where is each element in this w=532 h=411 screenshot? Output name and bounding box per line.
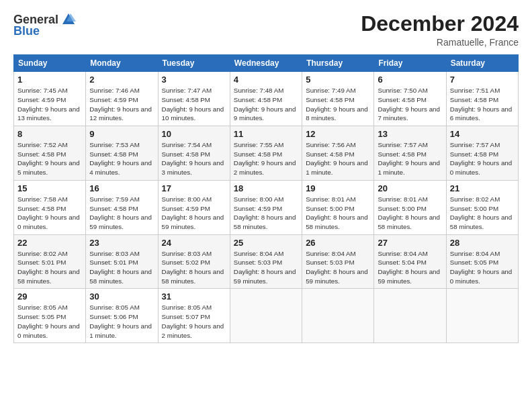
day-number: 1 bbox=[17, 75, 82, 85]
calendar-day-cell: 5Sunrise: 7:49 AMSunset: 4:58 PMDaylight… bbox=[302, 72, 374, 126]
calendar-day-cell: 6Sunrise: 7:50 AMSunset: 4:58 PMDaylight… bbox=[374, 72, 446, 126]
day-detail: Sunrise: 8:01 AMSunset: 5:00 PMDaylight:… bbox=[378, 195, 442, 232]
calendar-day-cell bbox=[446, 289, 518, 343]
day-number: 3 bbox=[162, 75, 226, 85]
calendar-day-cell: 26Sunrise: 8:04 AMSunset: 5:03 PMDayligh… bbox=[302, 234, 374, 289]
day-number: 26 bbox=[306, 238, 370, 248]
day-detail: Sunrise: 8:01 AMSunset: 5:00 PMDaylight:… bbox=[306, 195, 370, 232]
calendar-week-row: 15Sunrise: 7:58 AMSunset: 4:58 PMDayligh… bbox=[14, 180, 519, 234]
day-detail: Sunrise: 8:04 AMSunset: 5:05 PMDaylight:… bbox=[450, 249, 515, 286]
day-detail: Sunrise: 7:57 AMSunset: 4:58 PMDaylight:… bbox=[378, 140, 442, 177]
day-number: 29 bbox=[17, 291, 82, 302]
calendar-day-cell bbox=[374, 289, 446, 343]
calendar-day-cell: 29Sunrise: 8:05 AMSunset: 5:05 PMDayligh… bbox=[14, 289, 86, 343]
day-detail: Sunrise: 8:00 AMSunset: 4:59 PMDaylight:… bbox=[162, 195, 226, 232]
day-number: 24 bbox=[162, 238, 226, 248]
day-detail: Sunrise: 8:00 AMSunset: 4:59 PMDaylight:… bbox=[234, 195, 298, 232]
calendar-header-cell: Friday bbox=[374, 55, 446, 72]
calendar-week-row: 8Sunrise: 7:52 AMSunset: 4:58 PMDaylight… bbox=[14, 126, 519, 181]
calendar-day-cell: 13Sunrise: 7:57 AMSunset: 4:58 PMDayligh… bbox=[374, 126, 446, 181]
day-number: 17 bbox=[162, 183, 226, 193]
day-detail: Sunrise: 7:56 AMSunset: 4:58 PMDaylight:… bbox=[306, 140, 370, 177]
day-number: 30 bbox=[89, 291, 154, 302]
day-number: 13 bbox=[378, 129, 442, 139]
calendar-day-cell: 9Sunrise: 7:53 AMSunset: 4:58 PMDaylight… bbox=[86, 126, 158, 181]
calendar-day-cell: 23Sunrise: 8:03 AMSunset: 5:01 PMDayligh… bbox=[86, 234, 158, 289]
day-number: 14 bbox=[450, 129, 515, 139]
calendar-day-cell: 18Sunrise: 8:00 AMSunset: 4:59 PMDayligh… bbox=[230, 180, 302, 234]
day-number: 9 bbox=[89, 129, 154, 139]
day-number: 31 bbox=[162, 291, 226, 302]
day-detail: Sunrise: 8:02 AMSunset: 5:00 PMDaylight:… bbox=[450, 195, 515, 232]
title-section: December 2024 Ramatuelle, France bbox=[361, 12, 519, 48]
calendar-week-row: 22Sunrise: 8:02 AMSunset: 5:01 PMDayligh… bbox=[14, 234, 519, 289]
day-detail: Sunrise: 8:04 AMSunset: 5:04 PMDaylight:… bbox=[378, 249, 442, 286]
day-detail: Sunrise: 7:49 AMSunset: 4:58 PMDaylight:… bbox=[306, 86, 370, 123]
day-number: 22 bbox=[17, 238, 82, 248]
day-detail: Sunrise: 7:57 AMSunset: 4:58 PMDaylight:… bbox=[450, 140, 515, 177]
location-subtitle: Ramatuelle, France bbox=[361, 37, 519, 48]
calendar-header-cell: Monday bbox=[86, 55, 158, 72]
day-detail: Sunrise: 7:59 AMSunset: 4:58 PMDaylight:… bbox=[89, 195, 154, 232]
calendar-table: SundayMondayTuesdayWednesdayThursdayFrid… bbox=[13, 54, 519, 343]
day-number: 4 bbox=[234, 75, 298, 85]
day-number: 8 bbox=[17, 129, 82, 139]
day-number: 18 bbox=[234, 183, 298, 193]
day-detail: Sunrise: 8:04 AMSunset: 5:03 PMDaylight:… bbox=[306, 249, 370, 286]
logo: General Blue bbox=[13, 12, 76, 38]
calendar-day-cell: 27Sunrise: 8:04 AMSunset: 5:04 PMDayligh… bbox=[374, 234, 446, 289]
day-detail: Sunrise: 7:46 AMSunset: 4:59 PMDaylight:… bbox=[89, 86, 154, 123]
day-number: 23 bbox=[89, 238, 154, 248]
day-detail: Sunrise: 7:58 AMSunset: 4:58 PMDaylight:… bbox=[17, 195, 82, 232]
day-detail: Sunrise: 7:53 AMSunset: 4:58 PMDaylight:… bbox=[89, 140, 154, 177]
calendar-day-cell: 25Sunrise: 8:04 AMSunset: 5:03 PMDayligh… bbox=[230, 234, 302, 289]
day-number: 5 bbox=[306, 75, 370, 85]
calendar-day-cell: 16Sunrise: 7:59 AMSunset: 4:58 PMDayligh… bbox=[86, 180, 158, 234]
month-title: December 2024 bbox=[361, 12, 519, 36]
day-detail: Sunrise: 7:54 AMSunset: 4:58 PMDaylight:… bbox=[162, 140, 226, 177]
header: General Blue December 2024 Ramatuelle, F… bbox=[13, 12, 519, 48]
day-number: 21 bbox=[450, 183, 515, 193]
calendar-day-cell: 17Sunrise: 8:00 AMSunset: 4:59 PMDayligh… bbox=[158, 180, 230, 234]
day-number: 15 bbox=[17, 183, 82, 193]
calendar-header-cell: Sunday bbox=[14, 55, 86, 72]
calendar-day-cell: 14Sunrise: 7:57 AMSunset: 4:58 PMDayligh… bbox=[446, 126, 518, 181]
calendar-day-cell: 21Sunrise: 8:02 AMSunset: 5:00 PMDayligh… bbox=[446, 180, 518, 234]
day-detail: Sunrise: 8:05 AMSunset: 5:07 PMDaylight:… bbox=[162, 303, 226, 340]
calendar-day-cell: 24Sunrise: 8:03 AMSunset: 5:02 PMDayligh… bbox=[158, 234, 230, 289]
day-detail: Sunrise: 7:48 AMSunset: 4:58 PMDaylight:… bbox=[234, 86, 298, 123]
calendar-day-cell: 30Sunrise: 8:05 AMSunset: 5:06 PMDayligh… bbox=[86, 289, 158, 343]
calendar-day-cell: 15Sunrise: 7:58 AMSunset: 4:58 PMDayligh… bbox=[14, 180, 86, 234]
calendar-week-row: 29Sunrise: 8:05 AMSunset: 5:05 PMDayligh… bbox=[14, 289, 519, 343]
day-number: 11 bbox=[234, 129, 298, 139]
calendar-day-cell: 4Sunrise: 7:48 AMSunset: 4:58 PMDaylight… bbox=[230, 72, 302, 126]
day-number: 27 bbox=[378, 238, 442, 248]
calendar-day-cell bbox=[230, 289, 302, 343]
day-number: 25 bbox=[234, 238, 298, 248]
day-detail: Sunrise: 7:47 AMSunset: 4:58 PMDaylight:… bbox=[162, 86, 226, 123]
day-number: 6 bbox=[378, 75, 442, 85]
calendar-day-cell: 28Sunrise: 8:04 AMSunset: 5:05 PMDayligh… bbox=[446, 234, 518, 289]
day-detail: Sunrise: 8:04 AMSunset: 5:03 PMDaylight:… bbox=[234, 249, 298, 286]
calendar-body: 1Sunrise: 7:45 AMSunset: 4:59 PMDaylight… bbox=[14, 72, 519, 343]
calendar-header-cell: Thursday bbox=[302, 55, 374, 72]
day-number: 10 bbox=[162, 129, 226, 139]
calendar-day-cell: 19Sunrise: 8:01 AMSunset: 5:00 PMDayligh… bbox=[302, 180, 374, 234]
calendar-day-cell: 2Sunrise: 7:46 AMSunset: 4:59 PMDaylight… bbox=[86, 72, 158, 126]
calendar-day-cell: 12Sunrise: 7:56 AMSunset: 4:58 PMDayligh… bbox=[302, 126, 374, 181]
logo-blue-text: Blue bbox=[13, 24, 40, 38]
calendar-day-cell: 8Sunrise: 7:52 AMSunset: 4:58 PMDaylight… bbox=[14, 126, 86, 181]
day-number: 28 bbox=[450, 238, 515, 248]
logo-icon bbox=[61, 12, 76, 27]
calendar-day-cell: 7Sunrise: 7:51 AMSunset: 4:58 PMDaylight… bbox=[446, 72, 518, 126]
day-number: 12 bbox=[306, 129, 370, 139]
day-detail: Sunrise: 8:05 AMSunset: 5:06 PMDaylight:… bbox=[89, 303, 154, 340]
calendar-header-cell: Tuesday bbox=[158, 55, 230, 72]
calendar-header-row: SundayMondayTuesdayWednesdayThursdayFrid… bbox=[14, 55, 519, 72]
calendar-day-cell: 10Sunrise: 7:54 AMSunset: 4:58 PMDayligh… bbox=[158, 126, 230, 181]
calendar-day-cell: 3Sunrise: 7:47 AMSunset: 4:58 PMDaylight… bbox=[158, 72, 230, 126]
calendar-week-row: 1Sunrise: 7:45 AMSunset: 4:59 PMDaylight… bbox=[14, 72, 519, 126]
day-number: 16 bbox=[89, 183, 154, 193]
calendar-header-cell: Wednesday bbox=[230, 55, 302, 72]
calendar-day-cell: 20Sunrise: 8:01 AMSunset: 5:00 PMDayligh… bbox=[374, 180, 446, 234]
